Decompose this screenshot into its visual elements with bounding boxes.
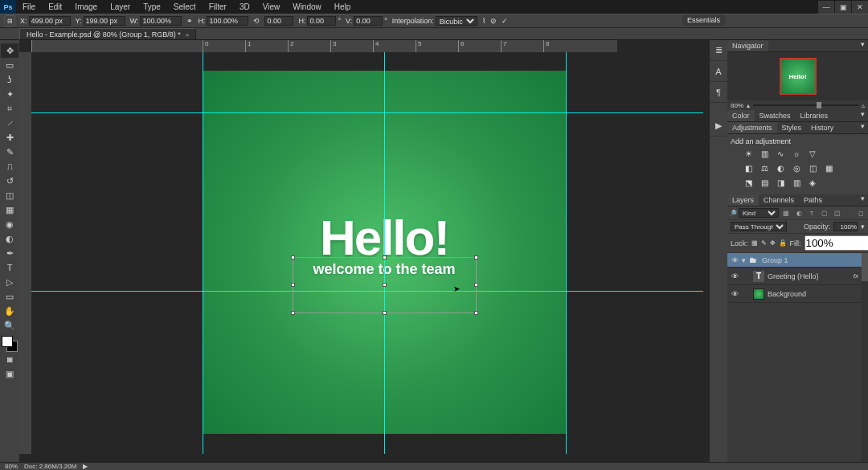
move-tool[interactable]: ✥ [1, 43, 18, 58]
marquee-tool[interactable]: ▭ [1, 58, 18, 72]
channel-mixer-icon[interactable]: ◫ [807, 162, 818, 174]
workspace-switcher[interactable]: Essentials [682, 14, 725, 26]
menu-help[interactable]: Help [328, 2, 358, 11]
zoom-in-icon[interactable]: ▵ [862, 102, 865, 109]
layer-list[interactable]: 👁 ▾ 🖿 Group 1 👁 T Greeting (Hello) fx ▾ … [727, 253, 868, 462]
swatches-tab[interactable]: Swatches [755, 110, 796, 121]
selective-color-icon[interactable]: ◈ [807, 177, 818, 188]
transform-center[interactable] [383, 283, 387, 287]
visibility-toggle-icon[interactable]: 👁 [727, 256, 742, 264]
layer-name[interactable]: Greeting (Hello) [768, 272, 819, 280]
layer-row-background[interactable]: 👁 Background [727, 285, 868, 303]
close-button[interactable]: ✕ [852, 1, 868, 14]
screen-mode-toggle[interactable]: ▣ [1, 366, 18, 381]
layer-row-group[interactable]: 👁 ▾ 🖿 Group 1 [727, 253, 868, 268]
color-tab[interactable]: Color [727, 110, 755, 121]
lookup-icon[interactable]: ▦ [823, 162, 834, 174]
skew-h-input[interactable] [307, 16, 336, 26]
panel-menu-icon[interactable]: ▾ [858, 40, 868, 51]
magic-wand-tool[interactable]: ✦ [1, 87, 18, 101]
transform-handle[interactable] [474, 283, 478, 287]
menu-file[interactable]: File [16, 2, 42, 11]
lasso-tool[interactable]: ʖ [1, 72, 18, 87]
bw-icon[interactable]: ◐ [775, 162, 786, 174]
transform-handle[interactable] [291, 283, 295, 287]
layer-name[interactable]: Group 1 [762, 256, 788, 264]
status-play-icon[interactable]: ▶ [83, 463, 88, 470]
w-input[interactable] [140, 16, 182, 26]
crop-tool[interactable]: ⌗ [1, 101, 18, 116]
menu-layer[interactable]: Layer [104, 2, 137, 11]
transform-handle[interactable] [291, 255, 295, 260]
eyedropper-tool[interactable]: ⟋ [1, 116, 18, 130]
history-icon[interactable]: ≣ [710, 40, 727, 61]
opacity-input[interactable] [833, 222, 858, 231]
layer-thumbnail[interactable] [753, 288, 764, 300]
folder-disclosure-icon[interactable]: ▾ [742, 256, 746, 264]
path-selection-tool[interactable]: ▷ [1, 275, 18, 289]
x-input[interactable] [29, 16, 71, 26]
navigator-thumbnail[interactable]: Hello! [780, 58, 817, 95]
panel-menu-icon[interactable]: ▾ [858, 110, 868, 121]
eraser-tool[interactable]: ◫ [1, 188, 18, 202]
foreground-background-colors[interactable] [2, 336, 18, 352]
hue-sat-icon[interactable]: ◧ [743, 162, 754, 174]
shape-tool[interactable]: ▭ [1, 289, 18, 304]
opacity-dropdown-icon[interactable]: ▾ [861, 223, 865, 231]
layers-tab[interactable]: Layers [727, 194, 759, 206]
foreground-color-swatch[interactable] [2, 336, 13, 347]
fill-input[interactable] [805, 235, 868, 251]
brush-tool[interactable]: ✎ [1, 145, 18, 159]
cancel-transform-icon[interactable]: ⊘ [490, 17, 497, 25]
transform-handle[interactable] [383, 311, 387, 315]
layer-filter-kind[interactable]: Kind [739, 208, 779, 218]
history-brush-tool[interactable]: ↺ [1, 174, 18, 188]
dodge-tool[interactable]: ◐ [1, 231, 18, 246]
zoom-out-icon[interactable]: ▴ [747, 102, 750, 109]
type-tool[interactable]: T [1, 260, 18, 275]
paths-tab[interactable]: Paths [799, 194, 827, 206]
gradient-tool[interactable]: ▦ [1, 202, 18, 217]
curves-icon[interactable]: ∿ [775, 148, 786, 159]
libraries-tab[interactable]: Libraries [796, 110, 833, 121]
layer-name[interactable]: Background [768, 290, 806, 298]
photo-filter-icon[interactable]: ◎ [791, 162, 802, 174]
document-tab-close-icon[interactable]: × [186, 31, 190, 39]
adjustments-tab[interactable]: Adjustments [727, 122, 777, 133]
blur-tool[interactable]: ◉ [1, 217, 18, 231]
vertical-ruler[interactable] [19, 52, 31, 454]
menu-window[interactable]: Window [286, 2, 328, 11]
panel-menu-icon[interactable]: ▾ [858, 122, 868, 133]
layer-row-text[interactable]: 👁 T Greeting (Hello) fx ▾ [727, 268, 868, 285]
navigator-zoom-slider[interactable] [753, 104, 858, 106]
transform-handle[interactable] [291, 311, 295, 315]
skew-v-input[interactable] [354, 16, 383, 26]
horizontal-ruler[interactable]: 012345678 [31, 40, 617, 52]
exposure-icon[interactable]: ☼ [791, 148, 802, 159]
menu-image[interactable]: Image [68, 2, 104, 11]
lock-transparency-icon[interactable]: ▦ [751, 239, 758, 248]
layer-effects-badge[interactable]: fx [854, 272, 858, 280]
panel-menu-icon[interactable]: ▾ [858, 194, 868, 206]
zoom-tool[interactable]: 🔍 [1, 318, 18, 333]
lock-pixels-icon[interactable]: ✎ [761, 239, 767, 248]
paragraph-icon[interactable]: ¶ [710, 82, 727, 103]
warp-mode-icon[interactable]: ⌇ [482, 17, 485, 25]
status-zoom[interactable]: 80% [5, 463, 18, 470]
y-input[interactable] [84, 16, 125, 26]
interpolation-select[interactable]: Bicubic [436, 16, 477, 26]
transform-handle[interactable] [383, 255, 387, 260]
free-transform-box[interactable] [293, 257, 477, 313]
menu-type[interactable]: Type [137, 2, 167, 11]
filter-type-icon[interactable]: T [806, 208, 817, 218]
layers-scrollbar[interactable] [862, 253, 868, 462]
character-icon[interactable]: A [710, 61, 727, 82]
rotation-input[interactable] [264, 16, 293, 26]
filter-shape-icon[interactable]: ▢ [819, 208, 830, 218]
blend-mode-select[interactable]: Pass Through [731, 222, 787, 231]
pen-tool[interactable]: ✒ [1, 246, 18, 260]
lock-all-icon[interactable]: 🔒 [779, 239, 787, 248]
menu-edit[interactable]: Edit [42, 2, 68, 11]
document-tab[interactable]: Hello - Example.psd @ 80% (Group 1, RGB/… [19, 28, 196, 39]
menu-view[interactable]: View [256, 2, 287, 11]
